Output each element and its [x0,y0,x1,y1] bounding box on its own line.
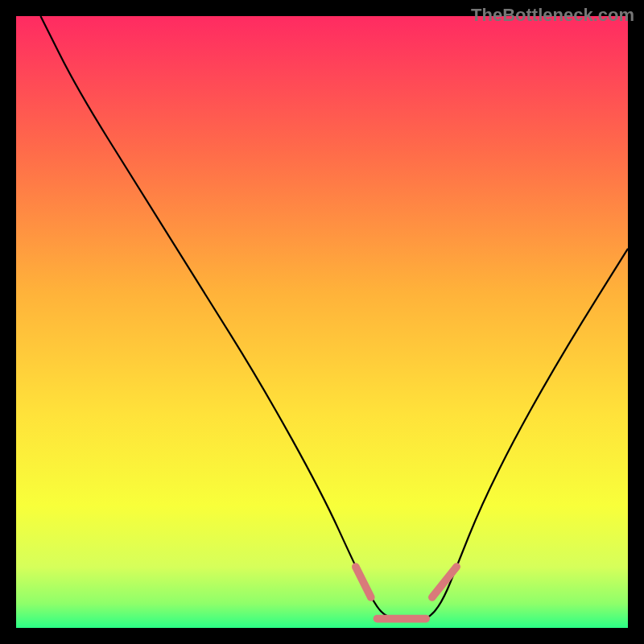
plot-area [16,16,628,628]
svg-line-3 [432,567,456,597]
curve-layer [16,16,628,628]
svg-line-1 [356,567,371,597]
watermark-text: TheBottleneck.com [471,5,634,26]
optimal-zone-markers [356,567,456,619]
bottleneck-curve [40,16,628,621]
